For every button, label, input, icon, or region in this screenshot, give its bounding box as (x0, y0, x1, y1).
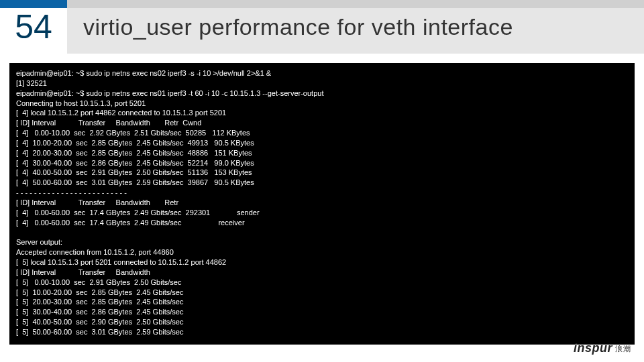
title-wrap: virtio_user performance for veth interfa… (67, 0, 644, 54)
slide-title: virtio_user performance for veth interfa… (83, 14, 513, 40)
footer-logo: inspur浪潮 (574, 341, 631, 355)
terminal-output: eipadmin@eip01: ~$ sudo ip netns exec ns… (9, 63, 635, 345)
accent-bar (0, 0, 67, 8)
logo-cn: 浪潮 (615, 345, 631, 353)
logo-text: inspur (574, 341, 612, 355)
header: 54 virtio_user performance for veth inte… (0, 0, 644, 54)
slide-number: 54 (0, 0, 67, 54)
